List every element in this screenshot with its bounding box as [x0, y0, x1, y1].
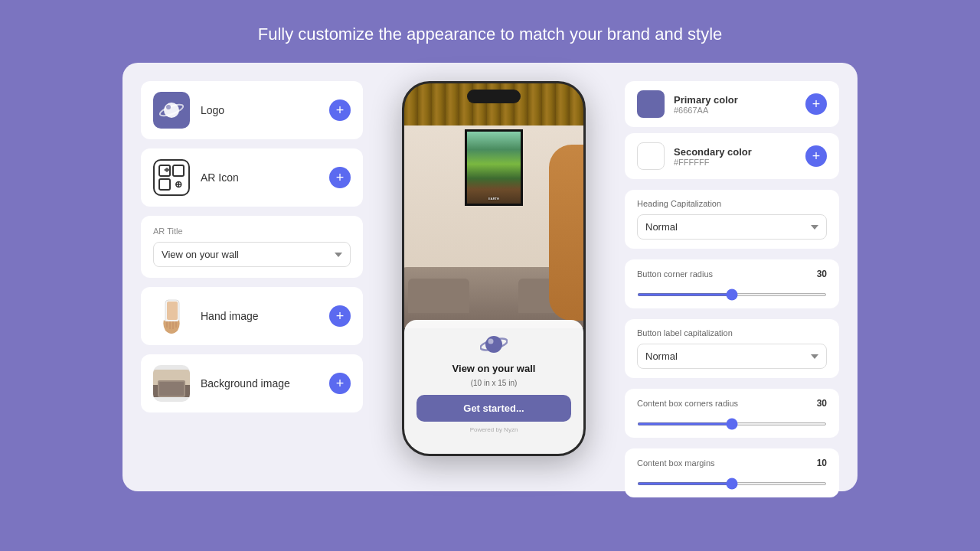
bg-icon-box — [153, 365, 190, 402]
hand-icon-box — [153, 298, 190, 334]
secondary-color-name: Secondary color — [674, 146, 796, 158]
powered-text: Powered by Nyzn — [470, 426, 518, 433]
center-panel: EARTH View on your wall — [378, 81, 609, 456]
primary-color-edit-button[interactable]: + — [805, 93, 827, 115]
heading-cap-label: Heading Capitalization — [637, 199, 827, 208]
page-title: Fully customize the appearance to match … — [258, 24, 723, 44]
phone-powered-by: Powered by Nyzn — [470, 426, 518, 433]
secondary-color-edit-button[interactable]: + — [805, 145, 827, 167]
secondary-color-info: Secondary color #FFFFFF — [674, 146, 796, 167]
sofa-cushion-left — [408, 279, 469, 313]
phone-planet-icon — [480, 331, 508, 358]
ar-title-section: AR Title View on your wall See it on you… — [141, 216, 363, 278]
ar-icon-svg: ⊕ — [158, 164, 185, 191]
button-corner-slider[interactable] — [637, 293, 827, 296]
content-box-corners-header: Content box corners radius 30 — [637, 398, 827, 409]
hand-image-item: Hand image + — [141, 287, 363, 345]
primary-color-row: Primary color #6667AA + — [625, 81, 839, 127]
bg-image-label: Background image — [201, 377, 318, 390]
logo-icon-box — [153, 92, 190, 129]
hand-image-label: Hand image — [201, 310, 318, 322]
colors-section: Primary color #6667AA + Secondary color … — [625, 81, 839, 179]
ar-icon-add-button[interactable]: + — [329, 167, 351, 188]
phone-content-box: View on your wall (10 in x 15 in) Get st… — [404, 320, 583, 454]
content-box-margins-label: Content box margins — [637, 458, 715, 468]
button-corner-header: Button corner radius 30 — [637, 269, 827, 279]
content-box-corners-label: Content box corners radius — [637, 399, 738, 408]
painting-text: EARTH — [467, 197, 521, 201]
right-panel: Primary color #6667AA + Secondary color … — [625, 81, 839, 497]
svg-rect-4 — [173, 165, 184, 176]
svg-text:⊕: ⊕ — [175, 179, 182, 190]
phone-cta-button[interactable]: Get started... — [416, 395, 571, 422]
painting-content: EARTH — [467, 132, 521, 204]
phone-mockup: EARTH View on your wall — [402, 81, 586, 456]
ar-icon-box: ⊕ — [153, 159, 190, 196]
content-box-margins-header: Content box margins 10 — [637, 458, 827, 468]
heading-cap-select[interactable]: Normal Uppercase Lowercase Capitalize — [637, 214, 827, 240]
secondary-color-hex: #FFFFFF — [674, 158, 796, 167]
svg-rect-12 — [159, 382, 184, 396]
content-box-corners-value: 30 — [817, 398, 827, 409]
button-corner-value: 30 — [817, 269, 827, 279]
content-box-margins-value: 10 — [817, 458, 827, 468]
svg-rect-8 — [167, 302, 178, 320]
left-panel: Logo + ⊕ AR Icon + AR Title View on your… — [141, 81, 363, 412]
ar-title-label: AR Title — [153, 227, 351, 236]
hand-image-icon — [159, 298, 184, 334]
primary-color-hex: #6667AA — [674, 106, 796, 115]
logo-add-button[interactable]: + — [329, 99, 351, 121]
hand-holding — [549, 145, 583, 321]
bg-image-add-button[interactable]: + — [329, 373, 351, 394]
logo-label: Logo — [201, 104, 318, 116]
button-label-cap-group: Button label capitalization Normal Upper… — [625, 319, 839, 378]
content-box-margins-group: Content box margins 10 — [625, 448, 839, 497]
planet-logo-icon — [159, 98, 184, 122]
ar-icon-item: ⊕ AR Icon + — [141, 148, 363, 207]
content-box-corners-group: Content box corners radius 30 — [625, 389, 839, 438]
primary-color-name: Primary color — [674, 94, 796, 106]
button-label-cap-label: Button label capitalization — [637, 328, 827, 337]
button-label-cap-select[interactable]: Normal Uppercase Lowercase Capitalize — [637, 344, 827, 369]
secondary-color-swatch — [637, 142, 665, 170]
svg-point-15 — [488, 339, 494, 344]
button-corner-group: Button corner radius 30 — [625, 259, 839, 308]
svg-point-2 — [166, 105, 171, 109]
main-card: Logo + ⊕ AR Icon + AR Title View on your… — [122, 63, 858, 491]
svg-rect-5 — [159, 179, 170, 190]
logo-item: Logo + — [141, 81, 363, 139]
phone-dimensions: (10 in x 15 in) — [471, 379, 518, 387]
bg-image-icon — [153, 370, 190, 397]
phone-view-title: View on your wall — [452, 363, 536, 374]
content-box-corners-slider[interactable] — [637, 422, 827, 425]
bg-image-item: Background image + — [141, 354, 363, 412]
room-scene: EARTH — [404, 83, 583, 328]
ar-icon-label: AR Icon — [201, 171, 318, 184]
primary-color-swatch — [637, 90, 665, 118]
painting-frame: EARTH — [465, 129, 523, 206]
ar-title-select[interactable]: View on your wall See it on your wall Tr… — [153, 242, 351, 267]
heading-cap-group: Heading Capitalization Normal Uppercase … — [625, 190, 839, 249]
secondary-color-row: Secondary color #FFFFFF + — [625, 133, 839, 179]
phone-notch — [467, 90, 521, 103]
content-box-margins-slider[interactable] — [637, 482, 827, 485]
button-corner-label: Button corner radius — [637, 269, 713, 279]
primary-color-info: Primary color #6667AA — [674, 94, 796, 115]
hand-image-add-button[interactable]: + — [329, 305, 351, 327]
